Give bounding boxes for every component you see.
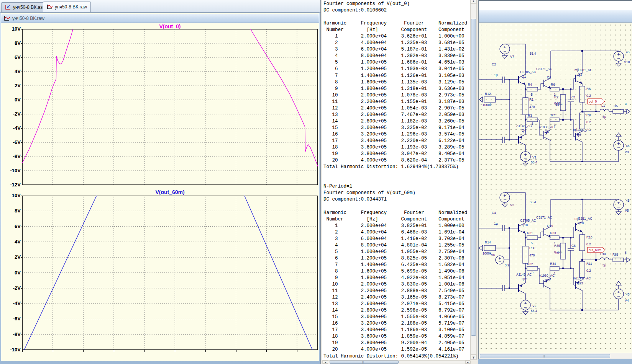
component-label: R33 bbox=[550, 231, 556, 235]
component-label: R68 bbox=[612, 253, 619, 256]
component-label: C5171_AC bbox=[536, 67, 552, 71]
log-line: Total Harmonic Distortion: 0.054143%(0.0… bbox=[323, 353, 466, 360]
component-label: A1145_AC bbox=[516, 124, 532, 128]
component-label: mjl1302_AC bbox=[573, 128, 591, 132]
component-label: 1000k bbox=[483, 251, 492, 255]
component-label: 8 bbox=[625, 102, 627, 106]
y-axis-label: 8V bbox=[2, 208, 21, 214]
component-label: 5 bbox=[532, 270, 534, 274]
log-line: 3 6.000e+04 5.187e-01 1.431e-02 bbox=[323, 46, 466, 53]
component-label: 45 bbox=[626, 50, 630, 54]
y-axis-label: -12V bbox=[2, 182, 21, 188]
log-line: 4 8.000e+04 1.392e-03 3.839e-05 bbox=[323, 53, 466, 59]
schematic-horizontal-scrollbar[interactable]: ⦀ bbox=[479, 353, 632, 359]
trace-V(out_0)-seg1 bbox=[249, 29, 318, 166]
component-label: R5 bbox=[614, 104, 618, 108]
y-tick bbox=[21, 304, 23, 304]
plot-pane-V(out_60m)[interactable] bbox=[22, 196, 318, 350]
log-line: 10 2.000e+05 3.830e-05 1.001e-06 bbox=[323, 281, 466, 288]
component-label: 5 bbox=[531, 93, 533, 96]
y-tick bbox=[21, 257, 23, 258]
component-label: Q5 bbox=[545, 130, 549, 134]
component-label: 55.4 bbox=[530, 52, 536, 55]
component-label: R8 bbox=[586, 87, 591, 91]
spice-error-log-window: Fourier components of V(out_0)DC compone… bbox=[320, 0, 478, 364]
component-label: 0.2 bbox=[586, 94, 591, 98]
y-tick bbox=[21, 196, 23, 196]
log-line: 12 2.400e+05 1.054e-03 2.907e-05 bbox=[323, 105, 466, 112]
waveform-window-titlebar[interactable]: унч50-8 ВК.raw bbox=[1, 14, 319, 23]
component-label: 5µ bbox=[602, 115, 606, 119]
component-label: R34 bbox=[550, 262, 556, 266]
log-line: 5 1.000e+05 1.055e-02 2.759e-04 bbox=[323, 249, 466, 255]
component-label: R31 bbox=[527, 231, 533, 235]
component-label: R9 bbox=[586, 113, 591, 117]
log-line: 19 3.800e+05 3.047e-02 8.405e-04 bbox=[323, 151, 466, 157]
component-label: C2705_AC bbox=[520, 70, 536, 74]
scroll-up-icon[interactable]: ▲ bbox=[471, 0, 476, 4]
log-line: 14 2.800e+05 1.182e-03 3.260e-05 bbox=[323, 118, 466, 125]
component-label: V1 bbox=[532, 155, 537, 159]
x-tick bbox=[205, 350, 206, 352]
log-line: Number [Hz] Component Component bbox=[323, 27, 466, 33]
y-tick bbox=[21, 242, 23, 242]
net-label-out_0: out_0 bbox=[589, 100, 597, 103]
y-tick bbox=[21, 185, 23, 185]
log-line: Total Harmonic Distortion: 1.629494%(1.7… bbox=[323, 164, 466, 170]
log-line: 20 4.000e+05 8.620e-04 2.377e-05 bbox=[323, 157, 466, 164]
y-axis-label: 0V bbox=[2, 270, 21, 276]
trace-V(out_0)-seg0 bbox=[22, 29, 74, 163]
y-axis-label: -2V bbox=[2, 111, 21, 117]
x-tick bbox=[175, 350, 175, 352]
log-hscroll-thumb[interactable]: ⦀ bbox=[330, 361, 399, 364]
log-line: Fourier components of V(out_0) bbox=[323, 1, 466, 7]
schematic-canvas[interactable]: out_0V755.4C21µC2705_ACQ1R45C5171_ACQ2R6… bbox=[479, 23, 632, 353]
log-line: 1 2.000e+04 3.825e+01 1.000e+00 bbox=[323, 223, 466, 229]
component-label: A1145_AC bbox=[516, 273, 532, 276]
component-label: 55.4 bbox=[530, 200, 536, 204]
waveform-icon bbox=[4, 16, 10, 21]
tab-asc-schematic[interactable]: унч50-8 ВК.asc bbox=[1, 2, 49, 12]
log-line: 7 1.400e+05 1.126e-01 3.105e-03 bbox=[323, 73, 466, 79]
component-label: 55.4 bbox=[531, 309, 537, 313]
y-tick bbox=[21, 128, 23, 129]
component-label: Q23 bbox=[577, 281, 583, 285]
component-label: R30 bbox=[529, 246, 535, 250]
y-tick bbox=[21, 227, 23, 227]
log-line: DC component:0.0344371 bbox=[323, 196, 466, 203]
y-axis-label: 6V bbox=[2, 54, 21, 60]
component-label: Q20 bbox=[578, 221, 584, 225]
plot-client-area[interactable]: V(out_0)10V8V6V4V2V0V-2V-4V-6V-8V-10V-12… bbox=[2, 23, 318, 361]
log-line: 19 3.800e+05 9.200e-04 2.405e-05 bbox=[323, 340, 466, 346]
y-axis-label: 0V bbox=[2, 97, 21, 103]
log-line: 18 3.600e+05 1.859e-05 4.859e-07 bbox=[323, 333, 466, 340]
log-line: 20 4.000e+05 1.592e-05 4.161e-07 bbox=[323, 346, 466, 353]
log-horizontal-scrollbar[interactable]: ◄ ⦀ ► bbox=[322, 360, 470, 364]
scroll-down-icon[interactable]: ▼ bbox=[471, 354, 476, 360]
pane-title-V(out_0): V(out_0) bbox=[22, 23, 318, 29]
scroll-right-icon[interactable]: ► bbox=[465, 361, 471, 364]
y-tick bbox=[21, 319, 23, 319]
tab-raw-waveform[interactable]: унч50-8 ВК.raw bbox=[43, 2, 91, 12]
component-label: Q19 bbox=[547, 224, 553, 228]
component-label: C4 bbox=[492, 211, 496, 215]
log-vertical-scrollbar[interactable]: ▲ ▼ bbox=[470, 0, 477, 360]
document-tab-bar: унч50-8 ВК.asc унч50-8 ВК.raw bbox=[0, 0, 320, 13]
schematic-window-titlebar[interactable] bbox=[479, 10, 632, 23]
scroll-left-icon[interactable]: ◄ bbox=[323, 361, 328, 364]
component-label: C5171_AC bbox=[536, 215, 552, 219]
schem-hscroll-thumb[interactable]: ⦀ bbox=[480, 354, 610, 358]
component-label: 470 bbox=[529, 253, 535, 257]
log-line: 8 1.600e+05 1.135e-03 3.129e-05 bbox=[323, 79, 466, 86]
log-line: Fourier components of V(out_60m) bbox=[323, 190, 466, 196]
y-tick bbox=[21, 273, 23, 273]
log-line: Harmonic Frequency Fourier Normalized bbox=[323, 210, 466, 216]
log-text-area[interactable]: Fourier components of V(out_0)DC compone… bbox=[322, 0, 470, 360]
component-label: 55.4 bbox=[531, 160, 537, 164]
log-vscroll-thumb[interactable] bbox=[471, 19, 476, 336]
y-tick bbox=[21, 288, 23, 289]
plot-pane-V(out_0)[interactable] bbox=[22, 29, 318, 185]
component-label: 5 bbox=[531, 241, 533, 245]
log-line: 6 1.200e+05 8.825e-05 2.307e-06 bbox=[323, 255, 466, 262]
component-label: 45 bbox=[626, 292, 630, 296]
